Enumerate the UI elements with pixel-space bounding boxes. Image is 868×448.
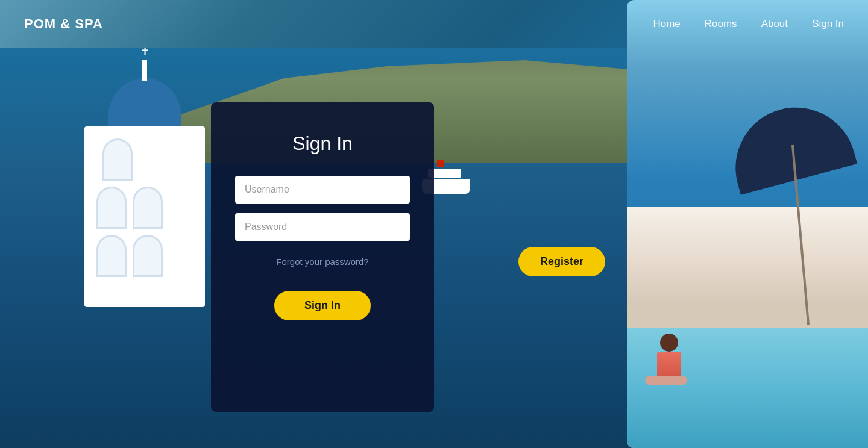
umbrella — [729, 108, 850, 229]
ship-funnel — [437, 160, 444, 167]
background — [0, 0, 868, 448]
register-button[interactable]: Register — [518, 247, 605, 276]
nav-link-home[interactable]: Home — [653, 18, 680, 30]
nav-links: Home Rooms About Sign In — [653, 18, 844, 30]
pool-area — [627, 207, 868, 448]
nav-link-rooms[interactable]: Rooms — [705, 18, 737, 30]
navbar: POM & SPA Home Rooms About Sign In — [0, 0, 868, 48]
nav-item-rooms[interactable]: Rooms — [705, 18, 737, 30]
church-body — [84, 126, 205, 307]
nav-item-signin[interactable]: Sign In — [812, 18, 844, 30]
signin-button[interactable]: Sign In — [274, 291, 371, 320]
church-dome — [108, 78, 181, 132]
login-title: Sign In — [235, 132, 410, 155]
church-arch-2 — [96, 187, 127, 229]
login-card: Sign In Forgot your password? Sign In — [211, 102, 434, 412]
username-input[interactable] — [235, 176, 410, 204]
password-input[interactable] — [235, 213, 410, 241]
brand-logo: POM & SPA — [24, 16, 103, 32]
forgot-password-link[interactable]: Forgot your password? — [235, 257, 410, 267]
umbrella-canopy — [722, 94, 857, 195]
person-silhouette — [651, 346, 687, 406]
right-scene — [627, 0, 868, 448]
church-arch-4 — [96, 235, 127, 277]
nav-item-about[interactable]: About — [761, 18, 788, 30]
church-arch-1 — [102, 138, 133, 181]
nav-link-signin[interactable]: Sign In — [812, 18, 844, 30]
nav-link-about[interactable]: About — [761, 18, 788, 30]
church-arch-5 — [133, 235, 163, 277]
nav-item-home[interactable]: Home — [653, 18, 680, 30]
church-arch-3 — [133, 187, 163, 229]
